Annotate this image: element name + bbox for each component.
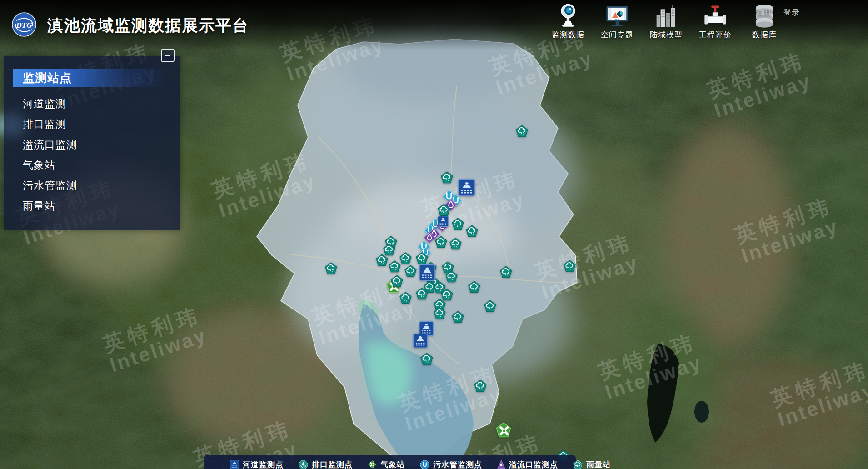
minus-icon (165, 55, 170, 56)
rain-station-marker[interactable] (441, 171, 453, 185)
sidebar-item-river-monitor[interactable]: 河道监测 (4, 94, 180, 114)
nav-item-land-model[interactable]: 陆域模型 (642, 3, 691, 40)
rain-station-marker[interactable] (516, 125, 528, 139)
legend-item-overflow[interactable]: 溢流口监测点 (497, 459, 558, 469)
rain-station-marker[interactable] (474, 379, 487, 394)
nav-label: 空间专题 (601, 30, 634, 40)
nav-label: 监测数据 (552, 30, 584, 40)
legend-label: 雨量站 (586, 459, 611, 469)
register-link[interactable]: 注册 (755, 7, 772, 18)
rain-station-marker[interactable] (452, 311, 464, 325)
river-station-marker[interactable] (413, 334, 428, 350)
login-link[interactable]: 登录 (783, 7, 800, 18)
top-nav: 监测数据 空间专题 陆域模型 (544, 3, 789, 40)
legend-item-rain[interactable]: 雨量站 (573, 459, 611, 469)
river-station-marker[interactable] (438, 216, 449, 229)
monitor-chart-icon (605, 3, 629, 28)
sewer-station-icon (420, 460, 429, 469)
legend-item-river[interactable]: 河道监测点 (230, 459, 284, 469)
sidebar-item-outfall-monitor[interactable]: 排口监测 (4, 114, 180, 135)
legend-label: 溢流口监测点 (509, 459, 558, 469)
nav-label: 工程评价 (699, 30, 732, 40)
rain-station-marker[interactable] (389, 260, 401, 274)
sidebar-item-rain-station[interactable]: 雨量站 (4, 196, 180, 216)
overflow-station-icon (497, 460, 505, 469)
nav-label: 数据库 (752, 30, 777, 40)
rain-station-marker[interactable] (416, 288, 428, 302)
rain-station-marker[interactable] (399, 252, 412, 266)
legend-label: 河道监测点 (243, 459, 284, 469)
overflow-station-marker[interactable] (423, 231, 436, 246)
webcam-icon (556, 3, 580, 28)
rain-station-marker[interactable] (404, 265, 417, 279)
map-legend-bar: 河道监测点 排口监测点 气象站 污水管监测点 溢流口监测点 雨量站 (204, 455, 576, 469)
river-station-marker[interactable] (458, 179, 475, 198)
rain-station-marker[interactable] (325, 262, 337, 276)
auth-links: 注册登录 (755, 7, 800, 18)
legend-item-outfall[interactable]: 排口监测点 (299, 459, 353, 469)
city-buildings-icon (654, 3, 678, 28)
river-station-icon (230, 460, 239, 469)
app-logo: DTG (12, 12, 36, 37)
rain-station-marker[interactable] (420, 353, 433, 367)
sidebar-item-weather-station[interactable]: 气象站 (4, 155, 180, 175)
nav-item-monitoring-data[interactable]: 监测数据 (544, 3, 593, 40)
page-title: 滇池流域监测数据展示平台 (47, 15, 249, 36)
rain-station-marker[interactable] (564, 260, 576, 274)
river-station-marker[interactable] (419, 264, 435, 283)
pipe-valve-icon (703, 3, 728, 28)
weather-station-marker[interactable] (496, 422, 511, 439)
panel-item-list: 河道监测排口监测溢流口监测气象站污水管监测雨量站 (4, 94, 180, 216)
outfall-station-icon (299, 460, 308, 469)
legend-item-weather[interactable]: 气象站 (368, 459, 405, 469)
nav-label: 陆域模型 (650, 30, 683, 40)
rain-station-marker[interactable] (435, 236, 447, 250)
weather-station-icon (368, 460, 377, 469)
legend-label: 污水管监测点 (433, 459, 482, 469)
legend-item-sewer[interactable]: 污水管监测点 (420, 459, 482, 469)
sidebar-item-sewer-monitor[interactable]: 污水管监测 (4, 175, 180, 196)
legend-label: 排口监测点 (312, 459, 353, 469)
rain-station-marker[interactable] (391, 275, 403, 289)
rain-station-marker[interactable] (399, 292, 412, 306)
legend-label: 气象站 (380, 459, 405, 469)
panel-minimize-button[interactable] (161, 49, 175, 62)
rain-station-marker[interactable] (449, 238, 462, 252)
rain-station-marker[interactable] (452, 218, 464, 232)
rain-station-marker[interactable] (484, 300, 496, 314)
nav-item-spatial-theme[interactable]: 空间专题 (593, 3, 642, 40)
rain-station-marker[interactable] (468, 281, 480, 295)
nav-item-project-eval[interactable]: 工程评价 (691, 3, 740, 40)
rain-station-icon (573, 460, 583, 469)
rain-station-marker[interactable] (500, 266, 512, 280)
monitoring-stations-panel: 监测站点 河道监测排口监测溢流口监测气象站污水管监测雨量站 (4, 56, 180, 230)
rain-station-marker[interactable] (434, 307, 446, 321)
svg-text:DTG: DTG (16, 21, 33, 30)
rain-station-marker[interactable] (466, 225, 478, 239)
rain-station-marker[interactable] (376, 254, 388, 268)
sidebar-item-overflow-monitor[interactable]: 溢流口监测 (4, 135, 180, 155)
rain-station-marker[interactable] (445, 270, 458, 284)
panel-title[interactable]: 监测站点 (13, 69, 164, 87)
